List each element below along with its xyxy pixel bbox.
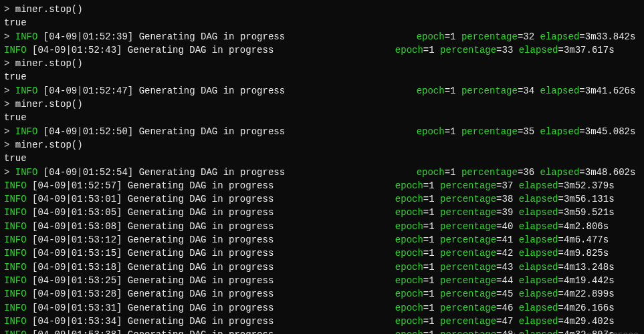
log-kv-percentage: percentage=35 bbox=[461, 126, 540, 137]
log-kv-epoch: epoch=1 bbox=[417, 126, 461, 137]
log-message: Generating DAG in progress bbox=[128, 179, 395, 192]
log-timestamp: [04-09|01:53:05] bbox=[32, 207, 128, 218]
log-kv-elapsed: elapsed=4m29.402s bbox=[519, 316, 615, 327]
log-timestamp: [04-09|01:53:01] bbox=[32, 194, 128, 204]
log-kv-elapsed: elapsed=3m56.131s bbox=[519, 194, 615, 204]
log-kv-epoch: epoch=1 bbox=[395, 289, 440, 299]
log-kv-elapsed: elapsed=3m52.379s bbox=[519, 180, 615, 191]
log-kv-elapsed: elapsed=3m37.617s bbox=[519, 45, 615, 55]
command-text: miner.stop() bbox=[15, 99, 83, 110]
log-kv-epoch: epoch=1 bbox=[395, 275, 440, 286]
log-kv-percentage: percentage=39 bbox=[440, 207, 519, 218]
prompt-symbol: > bbox=[4, 99, 15, 110]
log-message: Generating DAG in progress bbox=[128, 220, 395, 233]
log-kv-epoch: epoch=1 bbox=[395, 248, 440, 259]
log-kv-percentage: percentage=42 bbox=[440, 248, 519, 259]
log-kv-percentage: percentage=46 bbox=[440, 303, 519, 313]
log-kv-percentage: percentage=40 bbox=[440, 221, 519, 232]
log-timestamp: [04-09|01:53:25] bbox=[32, 275, 128, 286]
log-kv-epoch: epoch=1 bbox=[395, 316, 440, 327]
log-kv-elapsed: elapsed=4m22.899s bbox=[519, 289, 615, 299]
log-kv-percentage: percentage=44 bbox=[440, 275, 519, 286]
log-level: INFO bbox=[15, 86, 43, 96]
prompt-symbol: > bbox=[4, 4, 15, 15]
log-kv-elapsed: elapsed=3m33.842s bbox=[540, 31, 636, 42]
log-level: INFO bbox=[4, 180, 32, 191]
log-message: Generating DAG in progress bbox=[139, 84, 417, 98]
log-kv-epoch: epoch=1 bbox=[395, 207, 440, 218]
log-line: INFO [04-09|01:53:34] Generating DAG in … bbox=[4, 315, 640, 328]
log-kv-elapsed: elapsed=3m45.082s bbox=[540, 126, 636, 137]
log-line: INFO [04-09|01:53:31] Generating DAG in … bbox=[4, 301, 640, 315]
log-line: INFO [04-09|01:53:28] Generating DAG in … bbox=[4, 287, 640, 301]
log-timestamp: [04-09|01:53:18] bbox=[32, 262, 128, 273]
log-kv-percentage: percentage=33 bbox=[440, 45, 519, 55]
prompt-symbol: > bbox=[4, 126, 15, 137]
log-kv-elapsed: elapsed=4m26.166s bbox=[519, 303, 615, 313]
log-message: Generating DAG in progress bbox=[128, 274, 395, 287]
prompt-symbol: > bbox=[4, 31, 15, 42]
command-result: true bbox=[4, 111, 640, 124]
log-level: INFO bbox=[4, 289, 32, 299]
log-kv-epoch: epoch=1 bbox=[395, 234, 440, 245]
terminal-output[interactable]: > miner.stop()true> INFO [04-09|01:52:39… bbox=[4, 3, 640, 334]
log-line: INFO [04-09|01:53:12] Generating DAG in … bbox=[4, 233, 640, 246]
log-timestamp: [04-09|01:53:31] bbox=[32, 303, 128, 313]
log-message: Generating DAG in progress bbox=[128, 287, 395, 301]
log-message: Generating DAG in progress bbox=[139, 166, 417, 179]
command-result: true bbox=[4, 152, 640, 165]
log-kv-elapsed: elapsed=3m48.602s bbox=[540, 167, 636, 178]
log-line: INFO [04-09|01:53:25] Generating DAG in … bbox=[4, 274, 640, 287]
log-line: INFO [04-09|01:53:05] Generating DAG in … bbox=[4, 206, 640, 219]
log-kv-percentage: percentage=37 bbox=[440, 180, 519, 191]
log-level: INFO bbox=[15, 126, 43, 137]
log-timestamp: [04-09|01:53:08] bbox=[32, 221, 128, 232]
log-message: Generating DAG in progress bbox=[128, 192, 395, 206]
log-kv-elapsed: elapsed=4m9.825s bbox=[519, 248, 609, 259]
log-level: INFO bbox=[4, 248, 32, 259]
log-level: INFO bbox=[15, 31, 43, 42]
log-level: INFO bbox=[4, 221, 32, 232]
log-line: INFO [04-09|01:53:15] Generating DAG in … bbox=[4, 246, 640, 260]
log-line: INFO [04-09|01:52:57] Generating DAG in … bbox=[4, 179, 640, 192]
log-kv-elapsed: elapsed=4m2.806s bbox=[519, 221, 609, 232]
log-line: > INFO [04-09|01:52:50] Generating DAG i… bbox=[4, 125, 640, 138]
prompt-symbol: > bbox=[4, 86, 15, 96]
log-message: Generating DAG in progress bbox=[128, 328, 395, 334]
log-kv-epoch: epoch=1 bbox=[395, 45, 440, 55]
log-kv-percentage: percentage=38 bbox=[440, 194, 519, 204]
log-line: INFO [04-09|01:53:01] Generating DAG in … bbox=[4, 192, 640, 206]
log-level: INFO bbox=[15, 167, 43, 178]
log-message: Generating DAG in progress bbox=[128, 206, 395, 219]
watermark-text: https://blog.csdn.net/8934785309 bbox=[471, 331, 639, 334]
log-kv-epoch: epoch=1 bbox=[395, 329, 440, 334]
log-level: INFO bbox=[4, 194, 32, 204]
log-timestamp: [04-09|01:53:12] bbox=[32, 234, 128, 245]
log-line: INFO [04-09|01:52:43] Generating DAG in … bbox=[4, 43, 640, 57]
log-kv-elapsed: elapsed=3m59.521s bbox=[519, 207, 615, 218]
log-timestamp: [04-09|01:53:38] bbox=[32, 329, 128, 334]
log-level: INFO bbox=[4, 234, 32, 245]
log-message: Generating DAG in progress bbox=[128, 246, 395, 260]
console-command-line: > miner.stop() bbox=[4, 98, 640, 111]
log-timestamp: [04-09|01:53:15] bbox=[32, 248, 128, 259]
command-result: true bbox=[4, 16, 640, 29]
log-kv-percentage: percentage=32 bbox=[461, 31, 540, 42]
log-timestamp: [04-09|01:52:43] bbox=[32, 45, 128, 55]
log-kv-percentage: percentage=34 bbox=[461, 86, 540, 96]
command-result: true bbox=[4, 70, 640, 84]
prompt-symbol: > bbox=[4, 167, 15, 178]
log-timestamp: [04-09|01:52:57] bbox=[32, 180, 128, 191]
log-message: Generating DAG in progress bbox=[139, 125, 417, 138]
prompt-symbol: > bbox=[4, 58, 15, 69]
log-kv-percentage: percentage=36 bbox=[461, 167, 540, 178]
log-message: Generating DAG in progress bbox=[128, 261, 395, 274]
log-kv-percentage: percentage=43 bbox=[440, 262, 519, 273]
log-message: Generating DAG in progress bbox=[128, 43, 395, 57]
log-timestamp: [04-09|01:52:39] bbox=[43, 31, 139, 42]
log-line: > INFO [04-09|01:52:47] Generating DAG i… bbox=[4, 84, 640, 98]
log-kv-elapsed: elapsed=4m19.442s bbox=[519, 275, 615, 286]
log-kv-epoch: epoch=1 bbox=[417, 86, 461, 96]
log-timestamp: [04-09|01:53:34] bbox=[32, 316, 128, 327]
log-line: INFO [04-09|01:53:08] Generating DAG in … bbox=[4, 220, 640, 233]
